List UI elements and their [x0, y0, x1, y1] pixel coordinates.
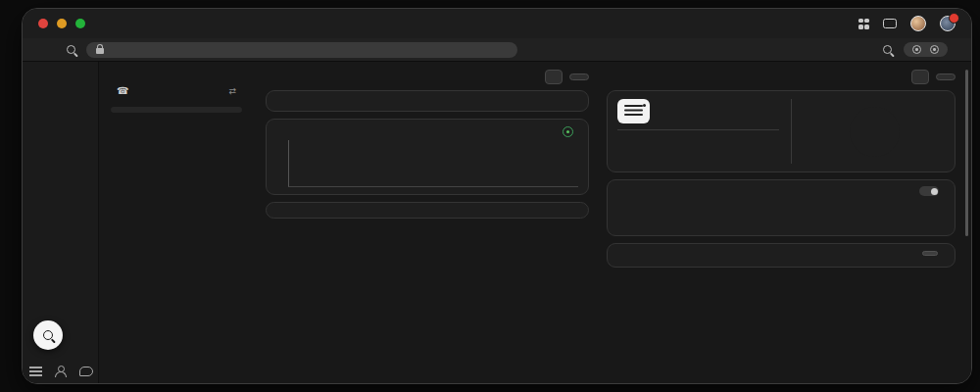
toggle-switch[interactable]: [919, 186, 939, 196]
phone-icon: ☎: [117, 85, 128, 96]
col-header: [369, 98, 442, 105]
status-dot-icon: [563, 126, 573, 137]
search-icon[interactable]: [67, 45, 75, 54]
panel-icon[interactable]: [911, 70, 929, 84]
main-column: [252, 62, 601, 383]
magnifier-icon: [43, 330, 53, 340]
system-health-chart-card: [266, 119, 589, 195]
extensions-icon[interactable]: [858, 19, 869, 29]
tab-overview-icon[interactable]: [883, 19, 897, 28]
y-axis-ticks: [276, 140, 288, 187]
user-icon[interactable]: [55, 366, 67, 376]
health-bars: [288, 140, 578, 187]
swap-arrows-icon: ⇄: [228, 86, 236, 96]
browser-toolbar: [23, 38, 971, 62]
mood-chart-card: [607, 179, 956, 236]
search-fab[interactable]: [33, 320, 63, 350]
lock-icon: [96, 48, 104, 54]
dashboard-panel: ☎ ⇄: [99, 62, 252, 383]
health-section-header: [607, 70, 956, 84]
maximize-window-icon[interactable]: [75, 19, 85, 28]
account-avatar-badge[interactable]: [940, 16, 956, 31]
profile-avatar[interactable]: [910, 16, 926, 31]
sip-extensions-card: [607, 243, 956, 268]
minimize-window-icon[interactable]: [57, 19, 67, 28]
x-axis-ticks: [276, 187, 578, 189]
chat-icon[interactable]: [79, 367, 93, 376]
col-header: [517, 98, 578, 105]
call-card: [266, 90, 589, 112]
call-table: [276, 98, 578, 105]
server-icon: [617, 99, 650, 123]
toolbar-pill[interactable]: [904, 42, 948, 57]
scrollbar[interactable]: [965, 70, 968, 236]
profile-icon: [912, 45, 921, 54]
sip-badge-button[interactable]: [922, 251, 938, 256]
address-bar[interactable]: [86, 42, 517, 58]
divider: [617, 129, 779, 130]
call-action-button[interactable]: [569, 74, 589, 80]
call-section-header: [266, 70, 589, 84]
camera-icon: [930, 45, 939, 54]
col-header: [442, 98, 517, 105]
traffic-lights: [38, 19, 85, 28]
find-icon[interactable]: [883, 45, 892, 54]
col-header: [276, 98, 369, 105]
menu-top-item[interactable]: ☎ ⇄: [111, 81, 242, 100]
health-card: [607, 90, 956, 172]
window-titlebar: [23, 9, 971, 38]
close-window-icon[interactable]: [38, 19, 48, 28]
dashboard-menu: [111, 107, 242, 113]
titlebar-actions: [858, 16, 956, 31]
right-column: [601, 62, 971, 383]
screen: ☎ ⇄: [0, 0, 980, 392]
collapse-icon[interactable]: [545, 70, 563, 84]
health-action-button[interactable]: [936, 74, 956, 80]
sidebar-footer: [23, 366, 99, 376]
page-content: ☎ ⇄: [23, 62, 971, 383]
browser-window: ☎ ⇄: [22, 8, 972, 384]
mood-chart: [617, 197, 945, 232]
extensions-table-card: [266, 202, 589, 219]
health-gauge: [843, 100, 906, 163]
divider: [791, 99, 792, 164]
toolbar-right: [883, 42, 959, 57]
menu-icon[interactable]: [29, 367, 42, 368]
